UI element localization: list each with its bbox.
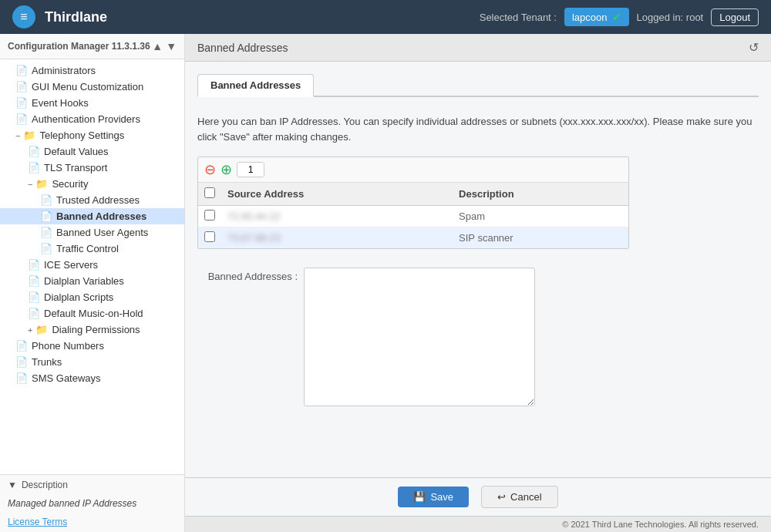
page-icon: 📄 [15, 97, 28, 109]
sidebar-item-dialplan-scripts[interactable]: 📄 Dialplan Scripts [0, 289, 184, 305]
sidebar-item-traffic-control[interactable]: 📄 Traffic Control [0, 241, 184, 257]
sidebar-item-label: TLS Transport [44, 162, 107, 173]
sidebar-item-label: Dialing Permissions [52, 324, 140, 335]
sidebar-item-gui-menu-customization[interactable]: 📄 GUI Menu Customization [0, 79, 184, 95]
sidebar-item-label: Authentication Providers [32, 113, 140, 125]
sidebar-collapse-down-icon[interactable]: ▼ [166, 40, 177, 52]
app-title: Thirdlane [45, 9, 470, 25]
refresh-button[interactable]: ↺ [749, 40, 759, 55]
main-layout: Configuration Manager 11.3.1.36 ▲ ▼ 📄 Ad… [0, 34, 771, 532]
sidebar-item-label: GUI Menu Customization [32, 81, 143, 93]
page-icon: 📄 [28, 259, 40, 271]
sidebar-item-label: ICE Servers [44, 259, 98, 271]
col-source-header: Source Address [221, 183, 453, 206]
sidebar-footer: ▼ Description Managed banned IP Addresse… [0, 474, 184, 532]
sidebar-item-banned-user-agents[interactable]: 📄 Banned User Agents [0, 224, 184, 241]
sidebar-item-phone-numbers[interactable]: 📄 Phone Numbers [0, 338, 184, 354]
sidebar-header: Configuration Manager 11.3.1.36 ▲ ▼ [0, 34, 184, 59]
sidebar: Configuration Manager 11.3.1.36 ▲ ▼ 📄 Ad… [0, 34, 185, 532]
cell-source-address: 72.65.44.22 [221, 206, 453, 227]
desc-collapse-icon: ▼ [8, 480, 17, 490]
sidebar-item-administrators[interactable]: 📄 Administrators [0, 62, 184, 79]
sidebar-item-dialing-permissions[interactable]: + 📁 Dialing Permissions [0, 322, 184, 338]
sidebar-item-label: Administrators [32, 65, 96, 76]
license-terms-link[interactable]: License Terms [0, 513, 184, 532]
sidebar-item-label: Security [52, 178, 88, 190]
row-checkbox[interactable] [204, 210, 215, 221]
remove-button[interactable]: ⊖ [204, 163, 216, 177]
sidebar-item-security[interactable]: − 📁 Security [0, 176, 184, 192]
page-icon: 📄 [15, 372, 28, 384]
sidebar-collapse-up-icon[interactable]: ▲ [152, 40, 163, 52]
sidebar-config-title: Configuration Manager 11.3.1.36 [8, 41, 150, 52]
sidebar-item-tls-transport[interactable]: 📄 TLS Transport [0, 160, 184, 176]
tenant-check-icon: ✔ [612, 11, 621, 23]
sidebar-item-label: Trunks [32, 356, 62, 368]
save-icon: 💾 [413, 491, 426, 503]
copyright-text: © 2021 Third Lane Technologies. All righ… [562, 520, 759, 529]
tenant-selector-button[interactable]: lapcoon ✔ [564, 8, 629, 26]
logged-in-label: Logged in: root [637, 12, 704, 23]
sidebar-item-label: Dialplan Scripts [44, 291, 113, 303]
sidebar-item-label: Telephony Settings [39, 130, 124, 141]
page-icon: 📄 [15, 65, 28, 76]
page-icon: 📄 [28, 308, 40, 319]
sidebar-footer-text: Managed banned IP Addresses [0, 495, 184, 513]
sidebar-item-sms-gateways[interactable]: 📄 SMS Gateways [0, 370, 184, 386]
sidebar-item-label: Traffic Control [56, 243, 119, 254]
sidebar-header-icons: ▲ ▼ [152, 40, 177, 52]
sidebar-footer-desc-toggle[interactable]: ▼ Description [0, 475, 184, 495]
collapse-icon: − [28, 180, 32, 189]
banned-addr-textarea[interactable] [304, 268, 535, 406]
data-table: Source Address Description 72.65.44.22Sp… [198, 183, 628, 248]
logout-button[interactable]: Logout [711, 8, 759, 26]
tab-banned-addresses[interactable]: Banned Addresses [197, 74, 314, 97]
sidebar-item-trusted-addresses[interactable]: 📄 Trusted Addresses [0, 192, 184, 208]
page-icon: 📄 [40, 194, 52, 206]
collapse-icon: − [15, 131, 20, 140]
page-icon: 📄 [15, 356, 28, 368]
page-icon: 📄 [28, 275, 40, 287]
page-title: Banned Addresses [197, 42, 288, 54]
page-icon: 📄 [15, 81, 28, 93]
content-topbar: Banned Addresses ↺ [185, 34, 771, 62]
page-icon: 📄 [28, 146, 40, 157]
content-footer: 💾 Save ↩ Cancel [185, 477, 771, 516]
cancel-button[interactable]: ↩ Cancel [481, 486, 557, 508]
col-checkbox [198, 183, 221, 206]
select-all-checkbox[interactable] [204, 187, 215, 198]
row-checkbox[interactable] [204, 231, 215, 242]
sidebar-item-label: Trusted Addresses [56, 194, 140, 206]
sidebar-item-authentication-providers[interactable]: 📄 Authentication Providers [0, 111, 184, 127]
table-row: 72.65.44.22Spam [198, 206, 628, 227]
sidebar-item-event-hooks[interactable]: 📄 Event Hooks [0, 95, 184, 111]
folder-open-icon: 📁 [35, 178, 48, 190]
banned-addresses-row: Banned Addresses : [197, 258, 629, 406]
hamburger-icon: ≡ [20, 10, 27, 24]
save-button[interactable]: 💾 Save [398, 487, 469, 507]
page-icon: 📄 [40, 227, 52, 238]
sidebar-item-label: Banned User Agents [56, 227, 148, 238]
page-input[interactable] [237, 162, 264, 177]
cancel-label: Cancel [510, 491, 541, 503]
save-label: Save [430, 491, 453, 503]
sidebar-item-dialplan-variables[interactable]: 📄 Dialplan Variables [0, 273, 184, 289]
sidebar-item-ice-servers[interactable]: 📄 ICE Servers [0, 257, 184, 273]
sidebar-item-default-music-on-hold[interactable]: 📄 Default Music-on-Hold [0, 305, 184, 322]
menu-toggle-button[interactable]: ≡ [12, 5, 35, 29]
sidebar-item-telephony-settings[interactable]: − 📁 Telephony Settings [0, 127, 184, 143]
table-row: 73.67.89.23SIP scanner [198, 227, 628, 249]
folder-closed-icon: 📁 [35, 324, 48, 335]
content-body: Banned Addresses Here you can ban IP Add… [185, 62, 771, 477]
page-icon: 📄 [15, 113, 28, 125]
sidebar-item-label: Default Music-on-Hold [44, 308, 143, 319]
sidebar-item-banned-addresses[interactable]: 📄 Banned Addresses [0, 208, 184, 224]
header-right: Selected Tenant : lapcoon ✔ Logged in: r… [480, 8, 759, 26]
sidebar-item-default-values[interactable]: 📄 Default Values [0, 143, 184, 160]
sidebar-tree: 📄 Administrators 📄 GUI Menu Customizatio… [0, 59, 184, 474]
page-icon: 📄 [28, 291, 40, 303]
table-header-row: Source Address Description [198, 183, 628, 206]
add-button[interactable]: ⊕ [221, 163, 232, 177]
sidebar-item-trunks[interactable]: 📄 Trunks [0, 354, 184, 370]
sidebar-item-label: Default Values [44, 146, 109, 157]
